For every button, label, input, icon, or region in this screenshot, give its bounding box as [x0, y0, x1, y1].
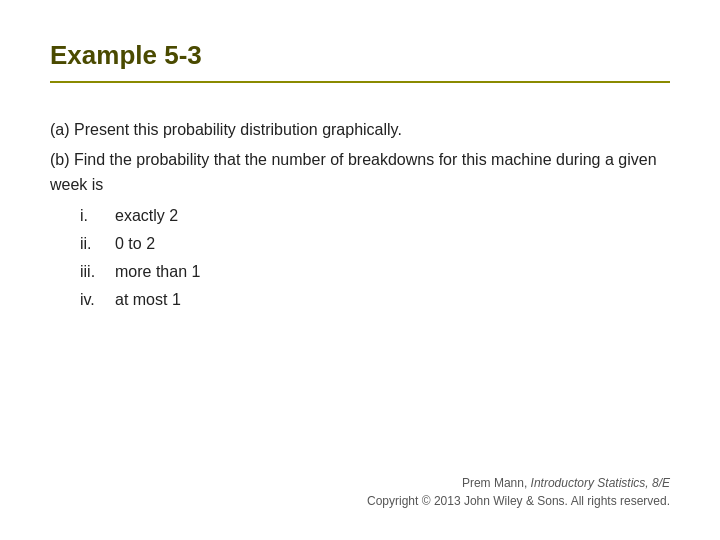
list-item: i. exactly 2	[80, 202, 670, 230]
list-marker-3: iii.	[80, 258, 115, 286]
title-section: Example 5-3	[50, 40, 670, 83]
content-line2: (b) Find the probability that the number…	[50, 147, 670, 198]
footer-section: Prem Mann, Introductory Statistics, 8/E …	[50, 464, 670, 510]
content-line1: (a) Present this probability distributio…	[50, 117, 670, 143]
list-marker-4: iv.	[80, 286, 115, 314]
title-divider	[50, 81, 670, 83]
footer-line2: Copyright © 2013 John Wiley & Sons. All …	[50, 492, 670, 510]
list-container: i. exactly 2 ii. 0 to 2 iii. more than 1…	[50, 202, 670, 314]
list-text-4: at most 1	[115, 286, 181, 314]
footer-author-italic: Introductory Statistics, 8/E	[531, 476, 670, 490]
list-item: iii. more than 1	[80, 258, 670, 286]
slide-title: Example 5-3	[50, 40, 670, 71]
list-text-3: more than 1	[115, 258, 200, 286]
slide-container: Example 5-3 (a) Present this probability…	[0, 0, 720, 540]
footer-author-normal: Prem Mann,	[462, 476, 531, 490]
footer-line1: Prem Mann, Introductory Statistics, 8/E	[50, 474, 670, 492]
list-item: iv. at most 1	[80, 286, 670, 314]
content-text: (a) Present this probability distributio…	[50, 117, 670, 198]
list-text-1: exactly 2	[115, 202, 178, 230]
list-item: ii. 0 to 2	[80, 230, 670, 258]
list-marker-1: i.	[80, 202, 115, 230]
list-marker-2: ii.	[80, 230, 115, 258]
list-text-2: 0 to 2	[115, 230, 155, 258]
content-section: (a) Present this probability distributio…	[50, 117, 670, 464]
